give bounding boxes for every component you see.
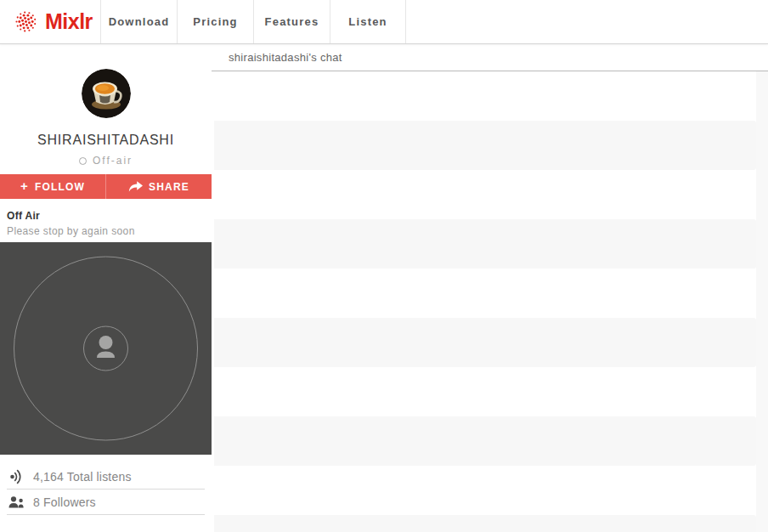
- mixlr-profile-page: Mixlr Download Pricing Features Listen: [0, 0, 768, 532]
- offair-subtitle: Please stop by again soon: [7, 225, 205, 237]
- chat-row: [214, 466, 756, 515]
- chat-row: [214, 318, 756, 367]
- person-icon: [97, 336, 115, 358]
- avatar: [82, 69, 131, 118]
- avatar-wrap: [0, 69, 212, 118]
- action-buttons: + FOLLOW SHARE: [0, 174, 212, 199]
- chat-header: shiraishitadashi's chat: [212, 44, 768, 71]
- mixlr-dots-icon: [14, 10, 37, 33]
- share-label: SHARE: [149, 181, 189, 193]
- chat-scrollbar-track[interactable]: [756, 71, 768, 532]
- nav-item-features[interactable]: Features: [253, 0, 330, 43]
- mixlr-logo[interactable]: Mixlr: [0, 0, 100, 43]
- followers-icon: [7, 494, 25, 511]
- chat-row: [214, 367, 756, 416]
- follow-label: FOLLOW: [35, 181, 85, 193]
- nav-item-listen[interactable]: Listen: [330, 0, 406, 43]
- stats-list: 4,164 Total listens 8 Followers: [0, 455, 212, 515]
- offair-message: Off Air Please stop by again soon: [0, 199, 212, 242]
- chat-row: [214, 416, 756, 466]
- chat-row: [214, 121, 756, 170]
- player-panel: [0, 242, 212, 455]
- nav-menu: Download Pricing Features Listen: [100, 0, 406, 43]
- stat-total-listens: 4,164 Total listens: [7, 464, 205, 490]
- listens-icon: [7, 468, 25, 485]
- offair-dot-icon: [79, 157, 87, 165]
- chat-panel: shiraishitadashi's chat: [212, 44, 768, 532]
- share-arrow-icon: [128, 181, 143, 193]
- nav-item-pricing[interactable]: Pricing: [177, 0, 253, 43]
- chat-row: [214, 170, 756, 219]
- brand-wordmark: Mixlr: [45, 9, 93, 34]
- nav-item-download[interactable]: Download: [100, 0, 177, 43]
- chat-row: [214, 219, 756, 269]
- stat-followers: 8 Followers: [7, 490, 205, 515]
- top-nav: Mixlr Download Pricing Features Listen: [0, 0, 768, 44]
- chat-title: shiraishitadashi's chat: [229, 51, 342, 64]
- plus-icon: +: [20, 179, 29, 192]
- share-button[interactable]: SHARE: [106, 174, 212, 199]
- profile-sidebar: SHIRAISHITADASHI Off-air + FOLLOW SHARE …: [0, 44, 212, 532]
- status-label: Off-air: [93, 155, 133, 167]
- stat-text: 8 Followers: [33, 495, 96, 509]
- chat-messages[interactable]: [212, 71, 768, 532]
- stat-text: 4,164 Total listens: [33, 470, 132, 484]
- follow-button[interactable]: + FOLLOW: [0, 174, 106, 199]
- chat-row: [214, 71, 756, 121]
- chat-row: [214, 515, 756, 532]
- player-visual: [0, 242, 212, 455]
- offair-title: Off Air: [7, 210, 205, 222]
- status-badge: Off-air: [0, 155, 212, 167]
- profile-name: SHIRAISHITADASHI: [0, 133, 212, 148]
- chat-row: [214, 269, 756, 318]
